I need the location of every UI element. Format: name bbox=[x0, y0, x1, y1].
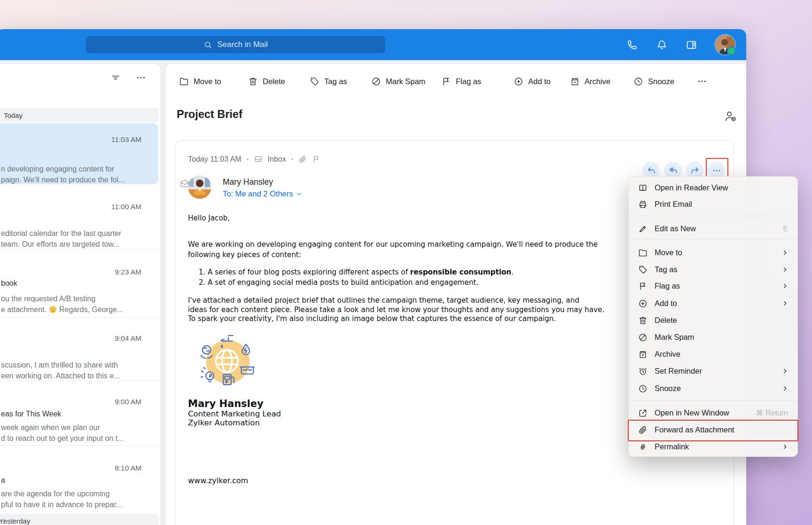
search-input[interactable]: Search in Mail bbox=[86, 36, 385, 53]
message-subject: Project Brief bbox=[177, 108, 242, 121]
chevron-right-icon bbox=[782, 368, 788, 374]
reader-view-icon bbox=[638, 183, 648, 193]
menu-item-add-to[interactable]: Add to bbox=[629, 295, 797, 312]
chevron-right-icon bbox=[782, 250, 788, 256]
chevron-right-icon bbox=[782, 444, 788, 450]
chevron-right-icon bbox=[782, 300, 788, 306]
menu-item-mark-spam[interactable]: Mark Spam bbox=[629, 329, 797, 345]
menu-item-forward-as-attachment[interactable]: Forward as Attachment bbox=[629, 422, 797, 438]
menu-item-move-to[interactable]: Move to bbox=[629, 244, 797, 261]
inbox-icon bbox=[254, 155, 263, 164]
shortcut-hint: ⌘ Return bbox=[756, 408, 788, 417]
filter-icon[interactable] bbox=[110, 72, 121, 83]
more-icon[interactable] bbox=[136, 72, 146, 83]
tag-icon bbox=[638, 265, 648, 274]
clock-icon bbox=[638, 384, 648, 393]
list-item[interactable]: 8:10 AM a are the agenda for the upcomin… bbox=[0, 445, 158, 512]
tag-icon bbox=[310, 77, 320, 86]
menu-item-permalink[interactable]: Permalink bbox=[629, 439, 797, 455]
date-header-today: Today bbox=[0, 108, 159, 122]
trash-icon bbox=[248, 77, 258, 86]
screenshot-stage: Search in Mail bbox=[0, 0, 812, 525]
list-item[interactable]: 9:00 AM eas for This Week week again whe… bbox=[0, 381, 158, 446]
flag-icon bbox=[441, 77, 451, 86]
folder-icon bbox=[638, 248, 648, 258]
toolbar-tag-as-button[interactable]: Tag as bbox=[310, 71, 347, 91]
menu-item-edit-as-new[interactable]: Edit as New E bbox=[629, 220, 797, 237]
search-placeholder: Search in Mail bbox=[217, 40, 268, 49]
list-item[interactable]: 11:03 AM n developing engaging content f… bbox=[0, 123, 158, 184]
printer-icon bbox=[638, 200, 648, 209]
chevron-right-icon bbox=[782, 385, 788, 392]
message-folder: Inbox bbox=[268, 155, 286, 164]
share-contact-icon[interactable] bbox=[723, 109, 737, 123]
shortcut-hint: E bbox=[783, 225, 788, 233]
toolbar-flag-as-button[interactable]: Flag as bbox=[441, 71, 481, 91]
toolbar-move-to-button[interactable]: Move to bbox=[179, 71, 221, 91]
toolbar-add-to-button[interactable]: Add to bbox=[514, 71, 551, 91]
email-list-panel: Today 11:03 AM n developing engaging con… bbox=[0, 64, 160, 525]
attachment-icon bbox=[298, 155, 307, 164]
list-item[interactable]: 9:23 AM book ou the requested A/B testin… bbox=[0, 249, 158, 318]
menu-item-delete[interactable]: Delete bbox=[629, 312, 797, 329]
menu-item-snooze[interactable]: Snooze bbox=[629, 380, 797, 397]
plus-circle-icon bbox=[514, 77, 523, 86]
toolbar-archive-button[interactable]: Archive bbox=[570, 71, 610, 91]
plus-circle-icon bbox=[638, 299, 648, 308]
user-avatar[interactable] bbox=[715, 35, 735, 55]
chevron-right-icon bbox=[782, 283, 788, 289]
folder-icon bbox=[179, 77, 189, 86]
toolbar-delete-button[interactable]: Delete bbox=[248, 71, 285, 91]
archive-icon bbox=[570, 77, 580, 86]
archive-icon bbox=[638, 350, 648, 359]
trash-icon bbox=[638, 316, 648, 325]
menu-item-open-in-new-window[interactable]: Open in New Window ⌘ Return bbox=[629, 405, 797, 421]
pencil-icon bbox=[638, 224, 648, 234]
toolbar-snooze-button[interactable]: Snooze bbox=[633, 71, 674, 91]
sender-avatar[interactable] bbox=[188, 175, 211, 199]
top-app-bar: Search in Mail bbox=[0, 29, 746, 60]
search-icon bbox=[203, 40, 212, 49]
flag-icon[interactable] bbox=[312, 155, 320, 164]
message-date: Today 11:03 AM bbox=[188, 155, 242, 164]
list-item[interactable]: 11:00 AM editorial calendar for the last… bbox=[0, 186, 158, 250]
link-icon bbox=[638, 442, 648, 452]
paperclip-icon bbox=[638, 425, 648, 435]
menu-item-archive[interactable]: Archive bbox=[629, 346, 797, 362]
toolbar-mark-spam-button[interactable]: Mark Spam bbox=[371, 71, 425, 91]
smiley-emoji bbox=[49, 306, 57, 313]
phone-icon[interactable] bbox=[626, 39, 638, 51]
alarm-icon bbox=[638, 367, 648, 376]
date-header-yesterday: Yesterday bbox=[0, 514, 159, 525]
flag-icon bbox=[638, 282, 648, 291]
clock-icon bbox=[633, 77, 643, 86]
online-status-dot bbox=[727, 47, 736, 55]
menu-item-flag-as[interactable]: Flag as bbox=[629, 278, 797, 294]
chevron-down-icon bbox=[296, 191, 302, 197]
external-link-icon bbox=[638, 408, 648, 418]
spam-icon bbox=[638, 333, 648, 342]
recipients-toggle[interactable]: To: Me and 2 Others bbox=[223, 189, 302, 198]
email-context-menu: Open in Reader View Print Email Edit as … bbox=[628, 176, 798, 457]
menu-item-set-reminder[interactable]: Set Reminder bbox=[629, 363, 797, 379]
list-item[interactable]: 9:04 AM scussion, I am thrilled to share… bbox=[0, 317, 158, 381]
sender-name[interactable]: Mary Hansley bbox=[223, 177, 273, 187]
menu-item-print-email[interactable]: Print Email bbox=[629, 196, 797, 212]
menu-item-open-in-reader-view[interactable]: Open in Reader View bbox=[629, 180, 797, 196]
more-icon bbox=[697, 76, 707, 86]
spam-icon bbox=[371, 77, 381, 86]
chevron-right-icon bbox=[782, 266, 788, 273]
bell-icon[interactable] bbox=[656, 39, 668, 51]
reading-pane-icon[interactable] bbox=[686, 39, 697, 51]
menu-item-tag-as[interactable]: Tag as bbox=[629, 261, 797, 278]
toolbar-more-button[interactable] bbox=[697, 71, 707, 91]
signature-website: www.zylker.com bbox=[188, 476, 724, 485]
sustainability-illustration-image bbox=[196, 331, 257, 392]
